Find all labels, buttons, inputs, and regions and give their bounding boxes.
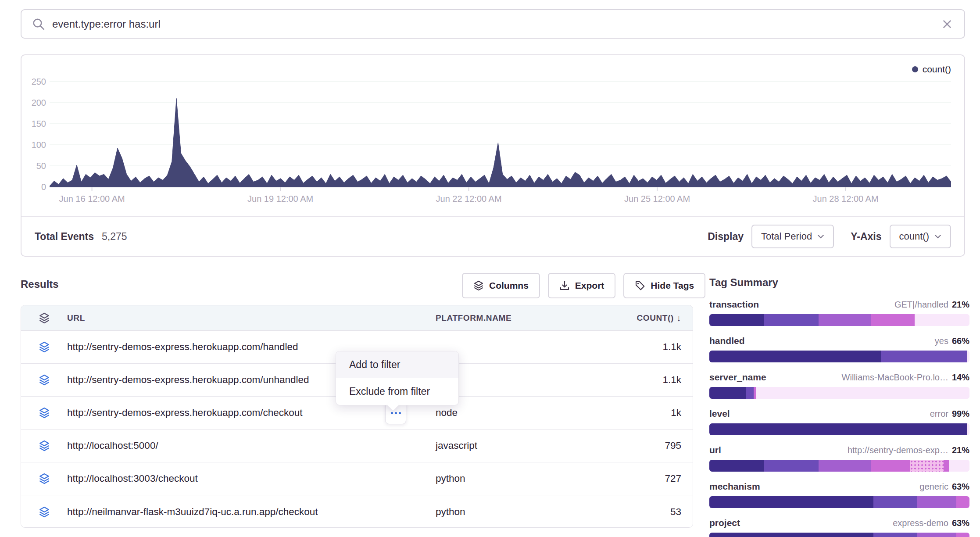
- tag-distribution-bar[interactable]: [709, 314, 969, 326]
- tag-name: transaction: [709, 299, 759, 310]
- tag-bar-segment[interactable]: [967, 423, 969, 435]
- url-cell-value[interactable]: http://localhost:3003/checkout: [67, 473, 436, 484]
- url-cell-value[interactable]: http://neilmanvar-flask-m3uuizd7iq-uc.a.…: [67, 506, 436, 518]
- tag-bar-segment[interactable]: [709, 423, 967, 435]
- chart-x-axis-labels: Jun 16 12:00 AMJun 19 12:00 AMJun 22 12:…: [50, 194, 951, 207]
- tag-bar-segment[interactable]: [917, 533, 956, 537]
- table-row[interactable]: http://localhost:3003/checkout python 72…: [21, 462, 693, 495]
- display-label: Display: [708, 231, 744, 243]
- tag-distribution-bar[interactable]: [709, 351, 969, 362]
- tag-bar-segment[interactable]: [819, 314, 871, 326]
- count-cell-value: 727: [609, 473, 693, 484]
- count-cell-value: 53: [609, 506, 693, 518]
- results-table: URL PLATFORM.NAME COUNT() ↓ http://sentr…: [21, 305, 693, 528]
- tag-bar-segment[interactable]: [917, 496, 956, 508]
- discover-page: event.type:error has:url count() 2502001…: [0, 0, 980, 537]
- search-bar[interactable]: event.type:error has:url: [21, 9, 965, 39]
- table-row[interactable]: http://localhost:5000/ javascript 795: [21, 430, 693, 462]
- menu-item-add-to-filter[interactable]: Add to filter: [336, 351, 458, 378]
- tag-summary-item: server_name Williams-MacBook-Pro.lo… 14%: [709, 372, 969, 399]
- tag-bar-segment[interactable]: [709, 387, 746, 399]
- tag-name: mechanism: [709, 481, 760, 492]
- tag-bar-segment[interactable]: [944, 460, 949, 472]
- tag-bar-segment[interactable]: [709, 533, 873, 537]
- tag-summary-item: url http://sentry-demos-exp… 21%: [709, 445, 969, 472]
- column-header-platform[interactable]: PLATFORM.NAME: [436, 313, 609, 323]
- tag-bar-segment[interactable]: [746, 387, 754, 399]
- stack-icon: [39, 440, 50, 451]
- sort-desc-icon: ↓: [676, 313, 681, 323]
- y-tick-label: 50: [21, 160, 46, 172]
- total-events-value: 5,275: [102, 231, 127, 243]
- tag-summary-item: level error 99%: [709, 408, 969, 435]
- tag-bar-segment[interactable]: [709, 460, 764, 472]
- count-cell-value: 1k: [609, 407, 693, 419]
- events-area-chart[interactable]: [50, 55, 951, 191]
- tag-summary-item: mechanism generic 63%: [709, 481, 969, 508]
- tag-bar-segment[interactable]: [956, 533, 969, 537]
- tag-summary-item: project express-demo 63%: [709, 518, 969, 537]
- tag-top-value: Williams-MacBook-Pro.lo…: [842, 372, 948, 383]
- results-actions: Columns Export Hide Tags: [462, 273, 705, 298]
- tag-distribution-bar[interactable]: [709, 496, 969, 508]
- stack-icon: [473, 280, 484, 291]
- url-cell-value[interactable]: http://sentry-demos-express.herokuapp.co…: [67, 407, 436, 419]
- count-cell-value: 1.1k: [609, 341, 693, 353]
- tag-bar-segment[interactable]: [949, 460, 969, 472]
- tag-distribution-bar[interactable]: [709, 460, 969, 472]
- y-tick-label: 250: [21, 76, 46, 87]
- column-header-count[interactable]: COUNT() ↓: [609, 313, 693, 323]
- export-button[interactable]: Export: [548, 273, 616, 298]
- tag-bar-segment[interactable]: [873, 533, 918, 537]
- results-heading: Results: [21, 278, 59, 290]
- y-tick-label: 100: [21, 139, 46, 150]
- menu-item-exclude-from-filter[interactable]: Exclude from filter: [336, 378, 458, 405]
- tag-distribution-bar[interactable]: [709, 387, 969, 399]
- y-tick-label: 0: [21, 181, 46, 193]
- tag-bar-segment[interactable]: [967, 351, 969, 362]
- chevron-down-icon: [817, 234, 824, 239]
- tag-bar-segment[interactable]: [873, 496, 918, 508]
- tag-bar-segment[interactable]: [915, 314, 969, 326]
- tag-bar-segment[interactable]: [871, 314, 915, 326]
- tag-name: server_name: [709, 372, 766, 383]
- clear-search-icon[interactable]: [941, 18, 954, 31]
- tag-top-percent: 66%: [952, 336, 969, 346]
- tag-bar-segment[interactable]: [764, 460, 819, 472]
- tag-bar-segment[interactable]: [956, 496, 969, 508]
- display-select[interactable]: Total Period: [751, 225, 834, 248]
- url-cell-value[interactable]: http://localhost:5000/: [67, 440, 436, 451]
- tag-top-percent: 63%: [952, 518, 969, 528]
- tag-bar-segment[interactable]: [819, 460, 871, 472]
- hide-tags-button[interactable]: Hide Tags: [623, 273, 705, 298]
- tag-bar-segment[interactable]: [756, 387, 969, 399]
- tag-bar-segment[interactable]: [871, 460, 910, 472]
- table-row[interactable]: http://neilmanvar-flask-m3uuizd7iq-uc.a.…: [21, 495, 693, 528]
- column-header-url[interactable]: URL: [67, 313, 436, 323]
- tag-top-percent: 21%: [952, 300, 969, 310]
- tag-bar-segment[interactable]: [709, 351, 881, 362]
- yaxis-select[interactable]: count(): [890, 225, 951, 248]
- tag-name: level: [709, 408, 730, 419]
- tag-distribution-bar[interactable]: [709, 533, 969, 537]
- chart-legend[interactable]: count(): [912, 64, 951, 75]
- legend-series-label: count(): [923, 64, 951, 75]
- tag-top-percent: 14%: [952, 372, 969, 383]
- legend-series-dot: [912, 66, 918, 72]
- tag-top-percent: 99%: [952, 409, 969, 419]
- tag-distribution-bar[interactable]: [709, 423, 969, 435]
- tag-bar-segment[interactable]: [709, 496, 873, 508]
- count-cell-value: 1.1k: [609, 374, 693, 386]
- tag-summary-title: Tag Summary: [709, 276, 969, 289]
- columns-button[interactable]: Columns: [462, 273, 540, 298]
- search-input[interactable]: event.type:error has:url: [52, 18, 941, 30]
- tag-top-value: express-demo: [893, 518, 948, 528]
- columns-button-label: Columns: [489, 280, 529, 291]
- total-events-label: Total Events: [35, 231, 94, 243]
- tag-summary-item: transaction GET|/handled 21%: [709, 299, 969, 326]
- tag-bar-segment[interactable]: [709, 314, 764, 326]
- tag-bar-segment[interactable]: [910, 460, 944, 472]
- cell-context-menu: Add to filter Exclude from filter: [336, 351, 459, 405]
- tag-bar-segment[interactable]: [764, 314, 819, 326]
- tag-bar-segment[interactable]: [881, 351, 967, 362]
